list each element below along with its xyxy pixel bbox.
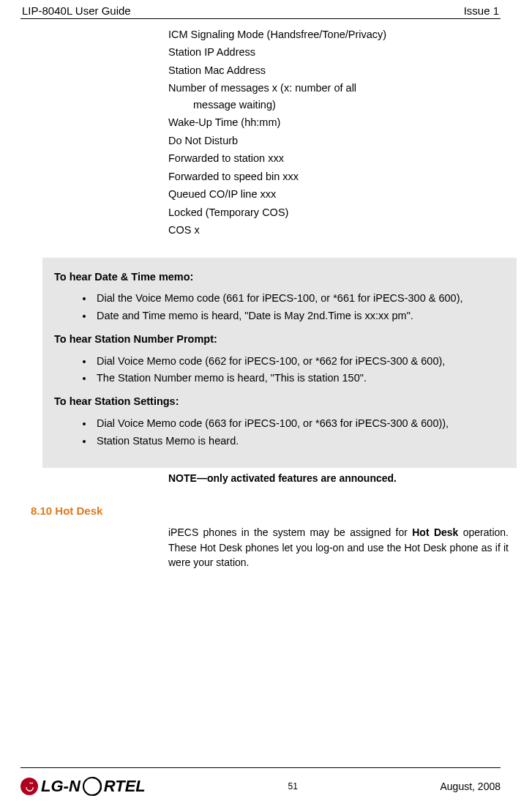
header-left: LIP-8040L User Guide xyxy=(22,4,131,17)
feature-item: ICM Signaling Mode (Handsfree/Tone/Priva… xyxy=(168,26,509,42)
note-text: NOTE—only activated features are announc… xyxy=(168,472,509,484)
callout-heading: To hear Station Settings: xyxy=(54,394,505,410)
callout-heading: To hear Date & Time memo: xyxy=(54,269,505,286)
feature-item: Forwarded to station xxx xyxy=(168,150,509,166)
page-number: 51 xyxy=(146,781,441,791)
callout-list: Dial the Voice Memo code (661 for iPECS-… xyxy=(54,291,505,324)
callout-list-item: Date and Time memo is heard, "Date is Ma… xyxy=(94,308,505,324)
footer-rule xyxy=(20,767,501,768)
page-content: ICM Signaling Mode (Handsfree/Tone/Priva… xyxy=(20,19,501,570)
header-right: Issue 1 xyxy=(464,4,499,17)
callout-list-item: Dial Voice Memo code (662 for iPECS-100,… xyxy=(94,354,505,370)
callout-list-item: Dial Voice Memo code (663 for iPECS-100,… xyxy=(94,416,505,432)
callout-heading: To hear Station Number Prompt: xyxy=(54,332,505,348)
feature-item-line2: message waiting) xyxy=(168,97,509,113)
feature-item-line1: Number of messages x (x: number of all xyxy=(168,82,356,94)
logo-text-a: LG-N xyxy=(41,777,80,796)
lg-logo-icon: ◡̈ xyxy=(20,778,38,795)
feature-item: Station IP Address xyxy=(168,44,509,60)
brand-logo: ◡̈ LG-N RTEL xyxy=(20,776,146,797)
feature-item: Do Not Disturb xyxy=(168,133,509,149)
feature-item: Queued CO/IP line xxx xyxy=(168,186,509,202)
body-text: iPECS phones in the system may be assign… xyxy=(168,526,412,538)
footer-row: ◡̈ LG-N RTEL 51 August, 2008 xyxy=(20,771,501,802)
page-footer: ◡̈ LG-N RTEL 51 August, 2008 xyxy=(20,767,501,802)
feature-item: Station Mac Address xyxy=(168,62,509,78)
footer-date: August, 2008 xyxy=(440,781,501,792)
feature-item: Number of messages x (x: number of all m… xyxy=(168,80,509,113)
body-paragraph: iPECS phones in the system may be assign… xyxy=(168,525,509,570)
callout-list: Dial Voice Memo code (662 for iPECS-100,… xyxy=(54,354,505,387)
nortel-swirl-icon xyxy=(82,776,102,797)
feature-item: Wake-Up Time (hh:mm) xyxy=(168,114,509,130)
page-header: LIP-8040L User Guide Issue 1 xyxy=(20,0,501,19)
callout-list: Dial Voice Memo code (663 for iPECS-100,… xyxy=(54,416,505,450)
callout-list-item: Dial the Voice Memo code (661 for iPECS-… xyxy=(94,291,505,307)
body-text-bold: Hot Desk xyxy=(412,526,458,538)
callout-list-item: Station Status Memo is heard. xyxy=(94,433,505,450)
page: LIP-8040L User Guide Issue 1 ICM Signali… xyxy=(0,0,521,812)
feature-item: Locked (Temporary COS) xyxy=(168,204,509,220)
section-heading-row: 8.10 Hot Desk xyxy=(20,504,501,518)
section-heading: 8.10 Hot Desk xyxy=(31,504,102,517)
feature-item: Forwarded to speed bin xxx xyxy=(168,168,509,185)
instruction-callout: To hear Date & Time memo: Dial the Voice… xyxy=(42,258,517,469)
logo-text-b: RTEL xyxy=(104,777,146,796)
feature-item: COS x xyxy=(168,222,509,238)
feature-list: ICM Signaling Mode (Handsfree/Tone/Priva… xyxy=(168,26,509,239)
callout-list-item: The Station Number memo is heard, "This … xyxy=(94,370,505,387)
